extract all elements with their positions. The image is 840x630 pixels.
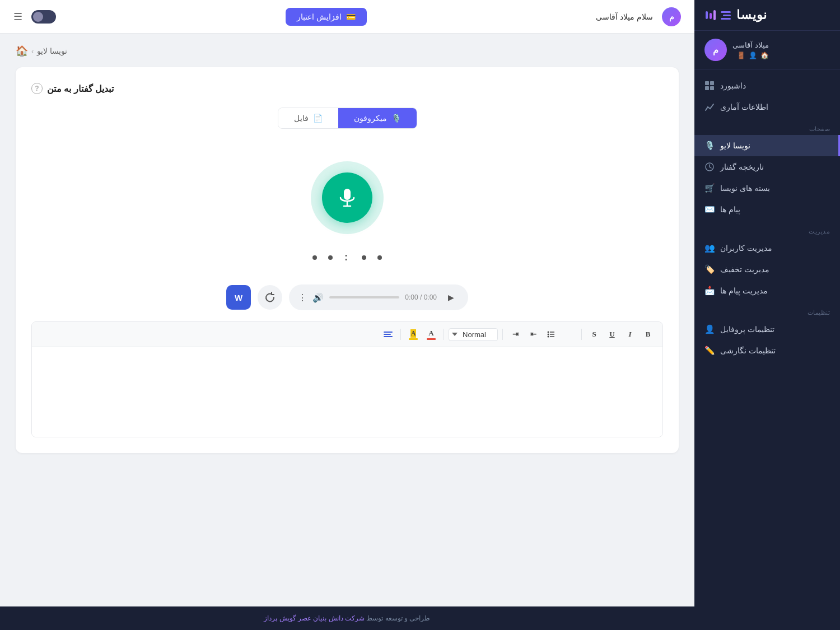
svg-rect-2 xyxy=(713,10,716,20)
sidebar-item-label: تاریخچه گفتار xyxy=(720,162,764,171)
align-button[interactable] xyxy=(380,326,396,342)
text-highlight-button[interactable]: A xyxy=(405,326,421,342)
sidebar-item-novisalive[interactable]: نویسا لایو 🎙️ xyxy=(694,135,840,156)
italic-button[interactable]: I xyxy=(622,326,638,342)
profile-home-icon[interactable]: 🏠 xyxy=(760,52,769,59)
text-color-button[interactable]: A xyxy=(423,326,439,342)
sidebar: نویسا میلاد آقاسی 🏠 👤 🚪 xyxy=(694,0,840,630)
sidebar-item-label: پیام ها xyxy=(720,205,740,214)
microphone-icon xyxy=(336,186,358,209)
ol-icon: 1. xyxy=(565,330,573,338)
sidebar-item-label: تنظیمات نگارشی xyxy=(720,346,776,355)
toolbar-sep4 xyxy=(400,329,401,340)
sidebar-profile: میلاد آقاسی 🏠 👤 🚪 م xyxy=(694,31,840,69)
mic-button[interactable] xyxy=(322,172,372,223)
profile-action-icons: 🏠 👤 🚪 xyxy=(732,52,769,59)
toolbar-sep2 xyxy=(502,329,503,340)
dark-mode-toggle[interactable] xyxy=(31,10,56,24)
mic-section: : xyxy=(31,144,663,269)
mic-outer-ring xyxy=(311,161,384,234)
timer-display: : xyxy=(311,250,383,263)
logo-bars-icon xyxy=(721,11,731,20)
color-bar xyxy=(427,338,436,340)
audio-player: ▶ 0:00 / 0:00 🔊 ⋮ xyxy=(289,284,468,310)
sidebar-item-profilesettings[interactable]: تنظیمات پروفایل 👤 xyxy=(694,319,840,340)
highlight-bar xyxy=(409,338,418,340)
tab-microphone[interactable]: 🎙️ میکروفون xyxy=(338,108,417,128)
profile-user-icon[interactable]: 👤 xyxy=(749,52,757,59)
mic-icon: 🎙️ xyxy=(704,141,715,151)
breadcrumb-home-icon[interactable]: 🏠 xyxy=(16,45,28,57)
sidebar-item-stats[interactable]: اطلاعات آماری xyxy=(694,96,840,118)
tab-file[interactable]: 📄 فایل xyxy=(278,108,338,128)
sidebar-item-label: مدیریت کاربران xyxy=(720,244,772,253)
credit-button[interactable]: 💳 افزایش اعتبار xyxy=(286,8,367,26)
sidebar-item-label: تنظیمات پروفایل xyxy=(720,325,774,334)
svg-rect-1 xyxy=(710,13,712,19)
audio-time: 0:00 / 0:00 xyxy=(405,293,437,301)
tabs: 🎙️ میکروفون 📄 فایل xyxy=(278,108,417,129)
svg-rect-6 xyxy=(710,86,714,90)
sidebar-item-discounts[interactable]: مدیریت تخفیف 🏷️ xyxy=(694,259,840,280)
sidebar-item-users[interactable]: مدیریت کاربران 👥 xyxy=(694,237,840,259)
align-icon xyxy=(384,331,393,338)
svg-rect-0 xyxy=(706,11,708,19)
chart-icon xyxy=(704,102,715,112)
section-label-pages: صفحات xyxy=(694,118,840,135)
play-button[interactable]: ▶ xyxy=(442,289,459,306)
breadcrumb: نویسا لایو › 🏠 xyxy=(16,45,679,57)
sidebar-item-dashboard[interactable]: داشبورد xyxy=(694,75,840,96)
audio-player-row: ▶ 0:00 / 0:00 🔊 ⋮ W xyxy=(31,284,663,310)
editor-body[interactable] xyxy=(32,347,662,437)
novisalogo-icon xyxy=(704,9,717,21)
text-color-label: A xyxy=(428,329,433,338)
audio-progress-bar[interactable] xyxy=(329,296,399,298)
sidebar-item-messages[interactable]: پیام ها ✉️ xyxy=(694,199,840,220)
word-icon: W xyxy=(235,293,242,302)
toolbar-sep1 xyxy=(581,329,582,340)
credit-icon: 💳 xyxy=(346,12,356,21)
mail-icon: ✉️ xyxy=(704,204,715,214)
topbar-left: ☰ xyxy=(13,10,56,24)
format-select[interactable]: Normal Heading 1 Heading 2 Heading 3 xyxy=(449,328,498,341)
cart-icon: 🛒 xyxy=(704,183,715,193)
sidebar-item-label: مدیریت پیام ها xyxy=(720,286,768,295)
refresh-button[interactable] xyxy=(258,285,282,310)
sidebar-logo-text: نویسا xyxy=(736,8,767,22)
sidebar-item-label: مدیریت تخفیف xyxy=(720,265,769,274)
sidebar-item-label: نویسا لایو xyxy=(720,141,750,150)
underline-button[interactable]: U xyxy=(604,326,620,342)
topbar-center: 💳 افزایش اعتبار xyxy=(286,8,367,26)
sidebar-item-label: داشبورد xyxy=(720,81,746,90)
help-icon[interactable]: ? xyxy=(31,83,43,94)
strikethrough-button[interactable]: S xyxy=(586,326,602,342)
svg-rect-3 xyxy=(705,81,709,85)
editor-wrapper: B I U S 1. xyxy=(31,321,663,437)
edit-icon: ✏️ xyxy=(704,346,715,356)
timer-colon: : xyxy=(343,250,352,263)
unordered-list-button[interactable] xyxy=(543,326,559,342)
ordered-list-button[interactable]: 1. xyxy=(561,326,577,342)
footer-company-link[interactable]: شرکت دانش بنیان عصر گویش پرداز xyxy=(264,614,365,622)
mail2-icon: 📩 xyxy=(704,286,715,296)
profile-logout-icon[interactable]: 🚪 xyxy=(737,52,745,59)
card-title: تبدیل گفتار به متن ? xyxy=(31,83,663,94)
sidebar-nav: داشبورد اطلاعات آماری صفحات نویسا لایو 🎙… xyxy=(694,69,840,630)
bold-button[interactable]: B xyxy=(640,326,656,342)
indent-right-button[interactable]: ⇤ xyxy=(525,326,541,342)
sidebar-item-history[interactable]: تاریخچه گفتار xyxy=(694,156,840,178)
hamburger-icon[interactable]: ☰ xyxy=(13,11,22,23)
toolbar-sep3 xyxy=(444,329,444,340)
audio-more-icon[interactable]: ⋮ xyxy=(298,292,307,303)
indent-left-button[interactable]: ⇥ xyxy=(507,326,523,342)
word-export-button[interactable]: W xyxy=(226,285,251,310)
sidebar-item-msgmanage[interactable]: مدیریت پیام ها 📩 xyxy=(694,280,840,301)
volume-icon[interactable]: 🔊 xyxy=(312,292,324,303)
topbar-greeting: سلام میلاد آقاسی xyxy=(596,12,653,21)
main-card: تبدیل گفتار به متن ? 🎙️ میکروفون 📄 فایل xyxy=(16,67,679,453)
timer-dot2 xyxy=(362,255,366,260)
sidebar-item-packages[interactable]: بسته های نویسا 🛒 xyxy=(694,178,840,199)
clock-icon xyxy=(704,162,715,172)
sidebar-item-reportsettings[interactable]: تنظیمات نگارشی ✏️ xyxy=(694,340,840,361)
breadcrumb-current: نویسا لایو xyxy=(37,46,67,55)
